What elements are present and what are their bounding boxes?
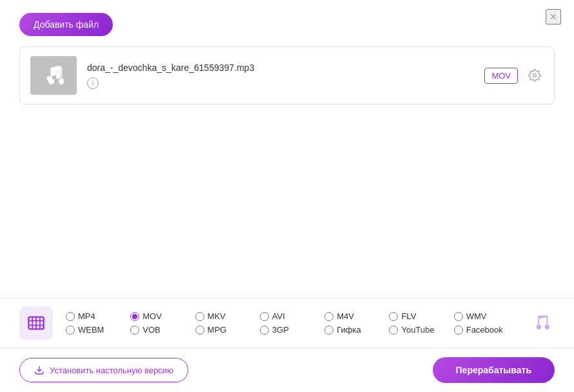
settings-button[interactable]: [526, 66, 544, 84]
install-desktop-button[interactable]: Установить настольную версию: [19, 358, 188, 382]
info-icon-label: i: [92, 79, 94, 87]
format-options: MP4 MOV MKV AVI M4V FLV: [66, 311, 516, 335]
format-option-mp4[interactable]: MP4: [66, 311, 128, 321]
format-badge[interactable]: MOV: [484, 68, 518, 84]
svg-point-4: [533, 74, 537, 77]
music-format-icon-container: [526, 309, 555, 337]
format-bar: MP4 MOV MKV AVI M4V FLV: [0, 298, 574, 348]
video-format-icon-container: [19, 306, 53, 340]
format-option-avi[interactable]: AVI: [260, 311, 322, 321]
action-bar: Установить настольную версию Перерабатыв…: [0, 348, 574, 392]
close-button[interactable]: ×: [546, 9, 561, 24]
format-option-webm[interactable]: WEBM: [66, 325, 128, 335]
format-option-facebook[interactable]: Facebook: [454, 325, 516, 335]
svg-point-0: [46, 76, 51, 81]
format-option-vob[interactable]: VOB: [130, 325, 192, 335]
svg-point-1: [56, 75, 61, 79]
format-option-m4v[interactable]: M4V: [324, 311, 386, 321]
music-note-small-icon: [531, 313, 550, 333]
format-option-gif[interactable]: Гифка: [324, 325, 386, 335]
install-button-label: Установить настольную версию: [50, 366, 173, 375]
svg-rect-3: [60, 66, 61, 76]
convert-button[interactable]: Перерабатывать: [433, 357, 555, 383]
format-option-mpg[interactable]: MPG: [195, 325, 257, 335]
file-info: dora_-_devochka_s_kare_61559397.mp3 i: [87, 63, 474, 89]
file-list: dora_-_devochka_s_kare_61559397.mp3 i MO…: [0, 46, 574, 104]
download-icon: [34, 365, 45, 375]
bottom-section: MP4 MOV MKV AVI M4V FLV: [0, 298, 574, 392]
format-option-flv[interactable]: FLV: [389, 311, 451, 321]
file-item: dora_-_devochka_s_kare_61559397.mp3 i MO…: [19, 46, 555, 104]
add-file-button[interactable]: Добавить файл: [19, 13, 113, 36]
svg-rect-2: [50, 68, 51, 78]
music-note-icon: [43, 65, 64, 86]
file-name: dora_-_devochka_s_kare_61559397.mp3: [87, 63, 474, 73]
format-option-wmv[interactable]: WMV: [454, 311, 516, 321]
top-bar: Добавить файл: [0, 0, 574, 46]
format-option-mov[interactable]: MOV: [130, 311, 192, 321]
info-icon[interactable]: i: [87, 77, 99, 89]
file-actions: MOV: [484, 66, 544, 84]
format-option-3gp[interactable]: 3GP: [260, 325, 322, 335]
format-option-mkv[interactable]: MKV: [195, 311, 257, 321]
format-option-youtube[interactable]: YouTube: [389, 325, 451, 335]
file-thumbnail: [30, 56, 77, 95]
video-format-icon: [27, 314, 45, 332]
